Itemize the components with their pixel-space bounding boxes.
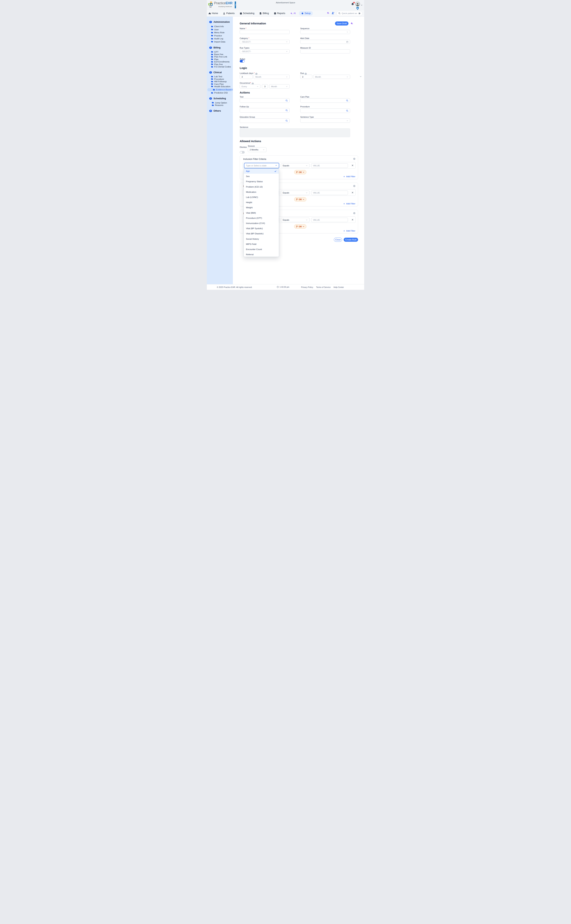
sidebar-item-evidence-based-dsi[interactable]: Evidence-Based DSI — [207, 88, 232, 91]
sidebar-item-hm-followup[interactable]: HM Followup — [207, 80, 233, 83]
section-collapse-chevron-icon[interactable] — [360, 76, 362, 78]
sidebar-item-audit-log[interactable]: Audit Log — [207, 37, 233, 40]
sidebar-item-reasons[interactable]: Reasons — [207, 104, 233, 106]
value-input[interactable]: VALUE — [311, 218, 348, 222]
measure-id-input[interactable] — [300, 50, 350, 53]
sidebar-item-edi-enrollments[interactable]: EDI Enrollments — [207, 60, 233, 63]
nav-scheduling[interactable]: Scheduling — [240, 12, 255, 15]
alert-date-input[interactable] — [300, 40, 350, 44]
add-patient-icon[interactable] — [332, 12, 335, 15]
sidebar-item-health-education[interactable]: Health Education — [207, 85, 233, 88]
remove-filter-icon[interactable] — [351, 164, 354, 167]
nav-setup-active[interactable]: Setup — [299, 11, 313, 15]
search-icon[interactable] — [346, 99, 348, 102]
dropdown-option[interactable]: Sex — [244, 174, 279, 179]
dropdown-option[interactable]: Procedure (CPT) — [244, 215, 279, 221]
dropdown-option[interactable]: Medication — [244, 189, 279, 195]
dropdown-option[interactable]: Immunization (CVX) — [244, 221, 279, 226]
sidebar-item-menu-role[interactable]: Menu Role — [207, 31, 233, 34]
calendar-icon[interactable] — [346, 41, 348, 43]
search-filters-icon[interactable] — [358, 12, 361, 15]
sidebar-item-practice[interactable]: Practice — [207, 34, 233, 37]
or-operator-button[interactable]: OR — [294, 197, 306, 201]
dropdown-option[interactable]: Lab (LOINC) — [244, 195, 279, 200]
sidebar-item-predictive-dsi[interactable]: Predictive DSI — [207, 92, 233, 94]
remove-filter-icon[interactable] — [351, 191, 354, 194]
dropdown-option[interactable]: Weight — [244, 205, 279, 210]
sidebar-item-client-info[interactable]: Client Info — [207, 25, 233, 28]
sidebar-section-administration[interactable]: −Administration — [207, 21, 233, 23]
sidebar-item-f-u-denial-codes[interactable]: F/U Denial Codes — [207, 65, 233, 68]
sidebar-item-plan-fee-link[interactable]: Plan Fee Link — [207, 56, 233, 58]
procedure-search-input[interactable] — [300, 108, 350, 113]
dropdown-option[interactable]: Pregnancy Status — [244, 179, 279, 184]
dropdown-option[interactable]: Vital (BP Systolic) — [244, 226, 279, 231]
value-input[interactable]: VALUE — [311, 190, 348, 195]
sidebar-item-import-data[interactable]: Import Data — [207, 40, 233, 43]
search-icon[interactable] — [286, 99, 288, 102]
add-filter-button[interactable]: + Add Filter — [344, 202, 355, 205]
operator-select[interactable]: Equals — [281, 163, 310, 168]
add-filter-button[interactable]: + Add Filter — [344, 229, 355, 232]
dropdown-option[interactable]: Problem (ICD-10) — [244, 184, 279, 189]
dropdown-option[interactable]: MIPS Field — [244, 241, 279, 247]
nav-ai[interactable]: AI — [290, 12, 296, 15]
care-plan-search-input[interactable] — [300, 98, 350, 103]
education-group-search-input[interactable] — [240, 118, 290, 123]
or-operator-button[interactable]: OR — [294, 170, 306, 174]
save-draft-button[interactable]: Save Draft — [335, 22, 349, 25]
occurrence-value-input[interactable]: 3 — [262, 84, 268, 88]
name-input[interactable] — [240, 30, 290, 34]
lookback-days-value-input[interactable]: 3 — [240, 75, 253, 79]
sidebar-section-clinical[interactable]: −Clinical — [207, 71, 233, 74]
due-value-input[interactable]: 3 — [300, 75, 312, 79]
sentence-textarea[interactable] — [240, 128, 350, 137]
sequence-select[interactable] — [300, 30, 350, 34]
dropdown-option[interactable]: Social History — [244, 236, 279, 241]
sidebar-item-plan[interactable]: Plan — [207, 58, 233, 60]
dropdown-option[interactable]: Age — [244, 169, 279, 174]
sentence-type-select[interactable] — [300, 118, 350, 123]
dropdown-option[interactable]: Vital (BP Diastolic) — [244, 231, 279, 236]
sidebar-section-others[interactable]: +Others — [207, 110, 233, 112]
snooze-select[interactable]: 2 Months — [248, 147, 267, 152]
search-icon[interactable] — [286, 119, 288, 122]
value-input[interactable]: VALUE — [311, 163, 348, 168]
dropdown-option[interactable]: Height — [244, 200, 279, 205]
test-search-input[interactable] — [240, 98, 290, 103]
sidebar-item-plan-fee[interactable]: Plan Fee — [207, 63, 233, 65]
ai-assist-icon[interactable] — [350, 22, 353, 25]
due-unit-select[interactable]: Month — [313, 75, 350, 79]
sidebar-item-jump-option[interactable]: Jump Option — [207, 101, 233, 104]
operator-select[interactable]: Equals — [281, 218, 310, 222]
user-avatar[interactable] — [355, 2, 360, 6]
category-select[interactable]: -SELECT- — [240, 40, 290, 44]
sidebar-item-procedure[interactable]: Procedure — [207, 78, 233, 80]
info-icon[interactable]: i — [353, 158, 355, 160]
terms-of-service-link[interactable]: Terms of Service — [316, 286, 330, 288]
rue-types-select[interactable]: -SELECT- — [240, 50, 290, 53]
nav-patients[interactable]: Patients — [223, 12, 235, 15]
close-button[interactable]: Close — [334, 238, 342, 242]
remove-filter-icon[interactable] — [351, 218, 354, 221]
sidebar-section-billing[interactable]: −Billing — [207, 46, 233, 49]
operator-select[interactable]: Equals — [281, 190, 310, 195]
sidebar-item-user[interactable]: User — [207, 28, 233, 31]
app-logo[interactable]: PracticeEHR Simplifying Healthcare Pro — [208, 2, 235, 8]
sidebar-item-care-plan[interactable]: Care Plan — [207, 83, 233, 85]
search-icon[interactable] — [286, 109, 288, 111]
occurrence-every-select[interactable]: Every — [240, 84, 260, 88]
dropdown-option[interactable]: Referral — [244, 252, 279, 257]
or-operator-button[interactable]: OR — [294, 224, 306, 229]
profile-chevron-down-icon[interactable] — [361, 3, 363, 7]
dismiss-toggle[interactable] — [240, 151, 245, 153]
info-icon[interactable]: i — [353, 185, 355, 187]
dropdown-option[interactable]: Encounter Count — [244, 247, 279, 252]
add-filter-button[interactable]: + Add Filter — [344, 175, 355, 178]
follow-up-search-input[interactable] — [240, 108, 290, 113]
sidebar-item-cpt[interactable]: CPT — [207, 51, 233, 53]
criteria-state-combobox[interactable]: Type or Select a state — [244, 163, 279, 168]
ai-sparkle-shortcut-icon[interactable] — [327, 12, 329, 15]
help-center-link[interactable]: Help Center — [333, 286, 344, 288]
info-icon[interactable]: i — [353, 212, 355, 214]
